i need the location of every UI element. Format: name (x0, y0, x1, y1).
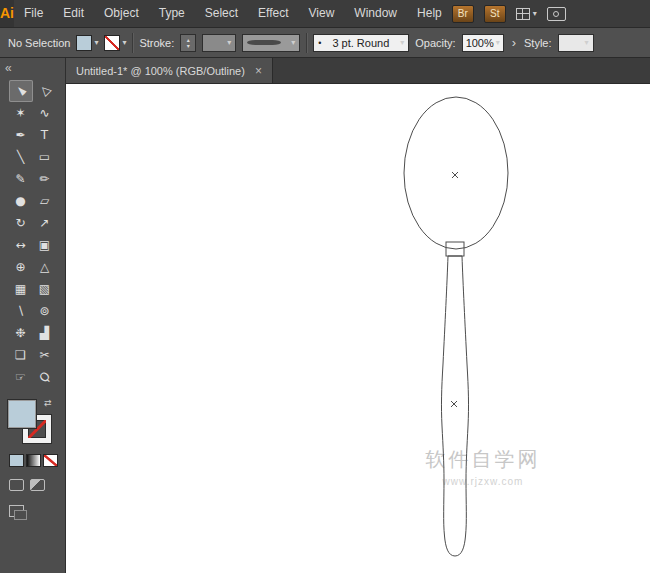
change-screen-mode-button[interactable] (9, 505, 24, 517)
tools-panel: « ► ▷ ✶ ∿ ✒ (0, 58, 66, 573)
bridge-button[interactable]: Br (452, 5, 474, 23)
chevron-down-icon: ▾ (400, 39, 404, 47)
brush-definition-value: 3 pt. Round (332, 37, 389, 49)
rotate-tool[interactable]: ↻ (9, 212, 33, 234)
color-button[interactable] (9, 454, 24, 467)
zoom-tool[interactable]: Ϙ (33, 366, 57, 388)
tool-icon: ❏ (15, 349, 26, 361)
caret-down-icon: ▾ (187, 43, 190, 49)
pencil-tool[interactable]: ✏ (33, 168, 57, 190)
blend-tool[interactable]: ⊚ (33, 300, 57, 322)
draw-behind-button[interactable] (30, 479, 45, 491)
menu-item-select[interactable]: Select (195, 0, 248, 27)
free-transform-tool[interactable]: ▣ (33, 234, 57, 256)
menu-items: File Edit Object Type Select Effect View… (14, 0, 452, 27)
column-graph-tool[interactable]: ▟ (33, 322, 57, 344)
menubar-right-controls: Br St ▾ (452, 5, 650, 23)
fill-indicator[interactable] (8, 400, 36, 428)
none-button[interactable] (43, 454, 58, 467)
magic-wand-tool[interactable]: ✶ (9, 102, 33, 124)
shape-builder-tool[interactable]: ⊕ (9, 256, 33, 278)
rectangle-tool[interactable]: ▭ (33, 146, 57, 168)
spoon-outline-drawing (66, 84, 650, 573)
stroke-weight-stepper[interactable]: ▴ ▾ (180, 34, 196, 52)
spoon-handle-path[interactable] (441, 256, 468, 556)
tool-icon: ✎ (15, 173, 25, 185)
tool-icon: ▱ (40, 195, 49, 207)
tool-icon: ✒ (15, 129, 25, 141)
tool-grid: ► ▷ ✶ ∿ ✒ T (0, 78, 65, 388)
gradient-button[interactable] (26, 454, 41, 467)
spoon-bowl-path[interactable] (404, 97, 508, 249)
slice-tool[interactable]: ✂ (33, 344, 57, 366)
width-profile-dropdown[interactable]: ▾ (242, 34, 300, 52)
tool-icon: ❉ (15, 327, 25, 339)
stroke-weight-dropdown[interactable]: ▾ (202, 34, 236, 52)
blob-brush-tool[interactable]: ● (9, 190, 33, 212)
opacity-panel-chevron[interactable]: › (510, 35, 518, 50)
power-icon (553, 11, 559, 17)
chevron-down-icon: ▾ (291, 39, 295, 47)
stroke-color-control[interactable]: ▾ (104, 35, 126, 51)
line-segment-tool[interactable]: ╲ (9, 146, 33, 168)
artboard-canvas[interactable]: 软件自学网 www.rjzxw.com (66, 84, 650, 573)
menu-item-view[interactable]: View (299, 0, 345, 27)
fill-swatch[interactable] (76, 35, 92, 51)
stock-button[interactable]: St (484, 5, 506, 23)
swap-fill-stroke-icon[interactable]: ⇄ (44, 398, 52, 408)
tab-close-button[interactable]: × (255, 64, 262, 78)
selection-tool[interactable]: ► (9, 80, 33, 102)
tool-icon: ▣ (39, 239, 50, 251)
width-profile-icon (247, 40, 281, 45)
stroke-none-swatch[interactable] (104, 35, 120, 51)
hand-tool[interactable]: ☞ (9, 366, 33, 388)
style-dropdown[interactable]: ▾ (558, 34, 594, 52)
type-tool[interactable]: T (33, 124, 57, 146)
menu-item-file[interactable]: File (14, 0, 53, 27)
opacity-input[interactable] (466, 37, 494, 49)
arrange-documents-button[interactable]: ▾ (516, 8, 537, 20)
brush-preview-icon: • (318, 38, 321, 48)
paintbrush-tool[interactable]: ✎ (9, 168, 33, 190)
eraser-tool[interactable]: ▱ (33, 190, 57, 212)
menu-item-type[interactable]: Type (149, 0, 195, 27)
draw-normal-button[interactable] (9, 479, 24, 491)
screen-mode-button[interactable] (547, 7, 566, 21)
lasso-tool[interactable]: ∿ (33, 102, 57, 124)
symbol-sprayer-tool[interactable]: ❉ (9, 322, 33, 344)
tool-icon: ▭ (39, 151, 50, 163)
eyedropper-tool[interactable]: ∖ (9, 300, 33, 322)
width-tool[interactable]: ↔ (9, 234, 33, 256)
fill-color-control[interactable]: ▾ (76, 35, 98, 51)
tool-icon: ► (13, 83, 28, 98)
brush-definition-dropdown[interactable]: • 3 pt. Round ▾ (313, 34, 409, 52)
direct-selection-tool[interactable]: ▷ (33, 80, 57, 102)
chevron-down-icon: ▾ (496, 39, 500, 47)
tool-icon: ▷ (37, 83, 52, 98)
menu-item-help[interactable]: Help (407, 0, 452, 27)
tool-icon: ● (15, 195, 25, 207)
opacity-field[interactable]: ▾ (462, 34, 504, 52)
menu-item-window[interactable]: Window (344, 0, 407, 27)
menu-item-effect[interactable]: Effect (248, 0, 298, 27)
handle-center-mark (451, 401, 457, 407)
menu-item-edit[interactable]: Edit (53, 0, 94, 27)
pen-tool[interactable]: ✒ (9, 124, 33, 146)
separator (132, 33, 133, 53)
gradient-tool[interactable]: ▧ (33, 278, 57, 300)
style-label: Style: (524, 37, 552, 49)
tool-icon: ▧ (39, 283, 50, 295)
menu-item-object[interactable]: Object (94, 0, 149, 27)
tool-icon: ▟ (40, 327, 49, 339)
tool-icon: ☞ (15, 371, 26, 383)
document-tab[interactable]: Untitled-1* @ 100% (RGB/Outline) × (66, 58, 273, 83)
perspective-grid-tool[interactable]: △ (33, 256, 57, 278)
artboard-tool[interactable]: ❏ (9, 344, 33, 366)
collapse-panel-button[interactable]: « (0, 58, 65, 78)
app-logo: Ai (0, 0, 14, 27)
scale-tool[interactable]: ↗ (33, 212, 57, 234)
tool-icon: ╲ (17, 151, 24, 163)
tool-icon: △ (40, 261, 49, 273)
tool-icon: ▦ (15, 283, 26, 295)
mesh-tool[interactable]: ▦ (9, 278, 33, 300)
